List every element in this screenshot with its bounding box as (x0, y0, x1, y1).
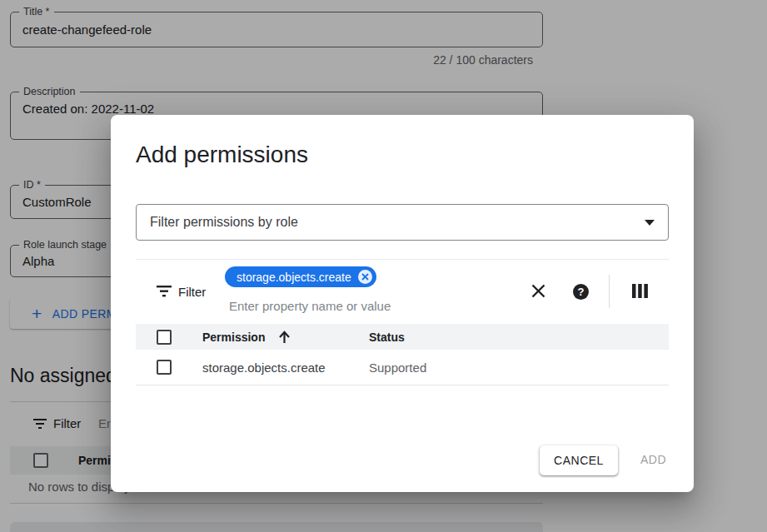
toolbar-divider (609, 275, 610, 308)
filter-chip-label: storage.objects.create (237, 271, 351, 284)
clear-filter-icon[interactable] (531, 284, 545, 298)
row-checkbox[interactable] (157, 360, 172, 375)
column-display-icon[interactable] (632, 284, 648, 298)
select-all-checkbox[interactable] (157, 330, 172, 345)
dialog-title: Add permissions (136, 142, 308, 168)
role-select-placeholder: Filter permissions by role (150, 215, 298, 230)
sort-ascending-icon[interactable] (278, 331, 291, 344)
permissions-table-header: Permission Status (136, 324, 669, 350)
status-cell: Supported (369, 360, 426, 375)
filter-funnel-icon (157, 286, 172, 297)
permission-cell: storage.objects.create (202, 360, 326, 375)
chip-remove-icon[interactable] (358, 270, 372, 284)
permission-column-header[interactable]: Permission (202, 331, 265, 344)
filter-input[interactable]: Enter property name or value (229, 299, 391, 313)
filter-chip[interactable]: storage.objects.create (225, 266, 376, 287)
table-row[interactable]: storage.objects.create Supported (136, 350, 669, 385)
status-column-header[interactable]: Status (369, 331, 405, 344)
help-icon[interactable]: ? (573, 284, 589, 300)
chevron-down-icon (645, 220, 655, 226)
cancel-button[interactable]: CANCEL (540, 445, 618, 475)
filter-label[interactable]: Filter (178, 285, 206, 299)
permissions-filter-toolbar: Filter storage.objects.create Enter prop… (136, 259, 669, 324)
filter-permissions-by-role-select[interactable]: Filter permissions by role (136, 204, 669, 241)
add-button[interactable]: ADD (635, 452, 671, 467)
add-permissions-dialog: Add permissions Filter permissions by ro… (111, 115, 694, 492)
